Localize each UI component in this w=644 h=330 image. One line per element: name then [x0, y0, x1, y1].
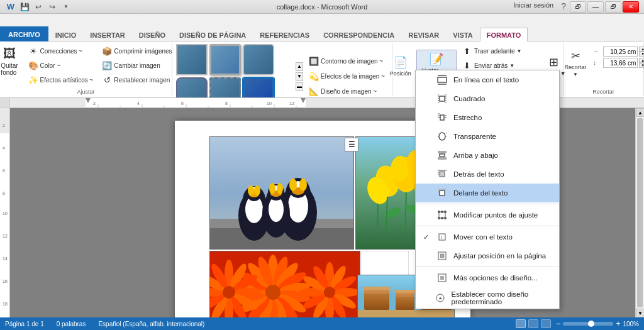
- estilo-scroll-up[interactable]: ▲: [296, 62, 303, 71]
- estilo-2[interactable]: [209, 44, 241, 75]
- ajuste-item-arriba[interactable]: Arriba y abajo: [416, 146, 559, 165]
- correcciones-icon: ☀: [28, 46, 38, 56]
- tab-archivo[interactable]: ARCHIVO: [0, 26, 48, 41]
- save-btn[interactable]: 💾: [19, 1, 30, 13]
- estilo-6-active[interactable]: [243, 77, 274, 98]
- minimize-btn[interactable]: —: [587, 1, 604, 13]
- ajuste-item-transparente[interactable]: Transparente: [416, 127, 559, 146]
- help-btn[interactable]: ?: [561, 1, 566, 13]
- width-up[interactable]: ▲: [639, 47, 644, 52]
- ajuste-item-cuadrado[interactable]: Cuadrado: [416, 89, 559, 108]
- estilo-scroll-more[interactable]: ▬: [296, 82, 303, 91]
- scroll-thumb[interactable]: [637, 118, 643, 307]
- tab-diseno-pagina[interactable]: DISEÑO DE PÁGINA: [172, 28, 253, 41]
- restablecer-icon: ↺: [102, 75, 112, 85]
- ajuste-item-mover[interactable]: ✓ ↕ Mover con el texto: [416, 228, 559, 246]
- tab-revisar[interactable]: REVISAR: [401, 28, 446, 41]
- page-info: Página 1 de 1: [5, 321, 44, 327]
- ajuste-item-posicion-pagina[interactable]: Ajustar posición en la página: [416, 246, 559, 265]
- img-penguins[interactable]: [209, 136, 354, 250]
- status-bar: Página 1 de 1 0 palabras Español (España…: [0, 317, 644, 330]
- word-count: 0 palabras: [57, 321, 86, 327]
- scroll-up-btn[interactable]: ▲: [636, 108, 644, 117]
- ribbon-tabs: ARCHIVO INICIO INSERTAR DISEÑO DISEÑO DE…: [0, 26, 644, 41]
- estilos-thumbnails: [176, 44, 293, 98]
- ajustar-texto-icon: 📝: [430, 52, 443, 66]
- estilo-scroll-down[interactable]: ▼: [296, 72, 303, 81]
- restablecer-btn[interactable]: ↺ Restablecer imagen: [99, 73, 175, 87]
- height-up[interactable]: ▲: [639, 58, 644, 63]
- redo-btn[interactable]: ↪: [47, 1, 58, 13]
- tab-correspondencia[interactable]: CORRESPONDENCIA: [316, 28, 401, 41]
- view-read-btn[interactable]: [541, 319, 551, 328]
- correcciones-btn[interactable]: ☀ Correcciones ~: [25, 44, 97, 58]
- height-input[interactable]: [603, 58, 638, 68]
- ajuste-item-mas-opciones[interactable]: Más opciones de diseño...: [416, 268, 559, 287]
- svg-text:2: 2: [93, 101, 96, 106]
- efectos-imagen-btn[interactable]: 💫 Efectos de la imagen ~: [306, 70, 388, 84]
- contorno-efectos-col: 🔲 Contorno de imagen ~ 💫 Efectos de la i…: [306, 55, 388, 99]
- zoom-slider[interactable]: [563, 322, 613, 326]
- svg-rect-125: [394, 290, 416, 293]
- ruler-corner: [0, 98, 10, 107]
- svg-point-119: [324, 287, 335, 298]
- zoom-in-btn[interactable]: +: [616, 319, 620, 328]
- restore-btn[interactable]: 🗗: [570, 1, 586, 13]
- tab-formato[interactable]: FORMATO: [480, 28, 528, 41]
- diseno-imagen-btn[interactable]: 📐 Diseño de imagen ~: [306, 85, 388, 99]
- tab-diseno[interactable]: DISEÑO: [132, 28, 172, 41]
- estilo-5[interactable]: [209, 77, 241, 98]
- tab-insertar[interactable]: INSERTAR: [83, 28, 131, 41]
- ajuste-item-modificar[interactable]: Modificar puntos de ajuste: [416, 206, 559, 224]
- color-btn[interactable]: 🎨 Color ~: [25, 58, 97, 72]
- ajuste-item-detras[interactable]: Detrás del texto: [416, 165, 559, 184]
- help-signin[interactable]: Iniciar sesión: [513, 1, 553, 13]
- view-web-btn[interactable]: [528, 319, 538, 328]
- traer-adelante-btn[interactable]: ⬆ Traer adelante ▼: [459, 45, 537, 58]
- customize-qa[interactable]: ▼: [60, 1, 72, 13]
- ajuste-item-delante[interactable]: Delante del texto: [416, 184, 559, 202]
- estilo-4[interactable]: [176, 77, 208, 98]
- svg-text:10: 10: [3, 211, 8, 216]
- height-down[interactable]: ▼: [639, 63, 644, 68]
- tab-inicio[interactable]: INICIO: [48, 28, 84, 41]
- height-spin: ▲ ▼: [639, 58, 644, 68]
- svg-point-93: [265, 285, 280, 300]
- comprimir-btn[interactable]: 📦 Comprimir imágenes: [99, 44, 175, 58]
- ajuste-divider-2: [416, 226, 559, 226]
- efectos-artisticos-btn[interactable]: ✨ Efectos artísticos ~: [25, 73, 97, 87]
- svg-point-170: [438, 217, 440, 219]
- ajuste-item-estrecho[interactable]: Estrecho: [416, 108, 559, 127]
- estilo-1[interactable]: [176, 44, 208, 75]
- view-print-btn[interactable]: [516, 319, 526, 328]
- svg-point-169: [444, 211, 447, 213]
- svg-rect-177: [440, 254, 444, 258]
- svg-point-50: [289, 179, 297, 191]
- recortar-btn[interactable]: ✂ Recortar ▼: [560, 47, 591, 80]
- posicion-btn[interactable]: 📄 Posición: [387, 53, 414, 79]
- efectos-imagen-icon: 💫: [309, 72, 319, 82]
- group-ajustar: 🖼 Quitar fondo ☀ Correcciones ~ 🎨 Color …: [0, 43, 172, 96]
- zoom-out-btn[interactable]: −: [556, 319, 560, 328]
- width-down[interactable]: ▼: [639, 52, 644, 57]
- scroll-down-btn[interactable]: ▼: [636, 309, 644, 317]
- img-flower[interactable]: [209, 251, 360, 317]
- ajuste-item-predeterminado[interactable]: ★ Establecer como diseño predeterminado: [416, 287, 559, 309]
- cambiar-imagen-btn[interactable]: 🔄 Cambiar imagen: [99, 58, 175, 72]
- width-input[interactable]: [603, 47, 638, 57]
- tab-vista[interactable]: VISTA: [446, 28, 480, 41]
- selection-handle[interactable]: ☰: [345, 138, 358, 151]
- estilo-3[interactable]: [243, 44, 274, 75]
- vruler-svg: 2 4 6 8 10 12 14 16 18: [0, 108, 10, 317]
- close-btn[interactable]: ✕: [623, 1, 639, 13]
- ajuste-item-inline[interactable]: En línea con el texto: [416, 70, 559, 89]
- contorno-imagen-btn[interactable]: 🔲 Contorno de imagen ~: [306, 55, 388, 69]
- quitar-fondo-btn[interactable]: 🖼 Quitar fondo: [0, 44, 23, 79]
- language: Español (España, alfab. internacional): [98, 321, 204, 327]
- undo-btn[interactable]: ↩: [33, 1, 44, 13]
- ajuste-divider-3: [416, 267, 559, 267]
- svg-text:4: 4: [137, 101, 140, 106]
- svg-point-150: [439, 133, 445, 140]
- maximize-btn[interactable]: 🗗: [605, 1, 621, 13]
- tab-referencias[interactable]: REFERENCIAS: [253, 28, 316, 41]
